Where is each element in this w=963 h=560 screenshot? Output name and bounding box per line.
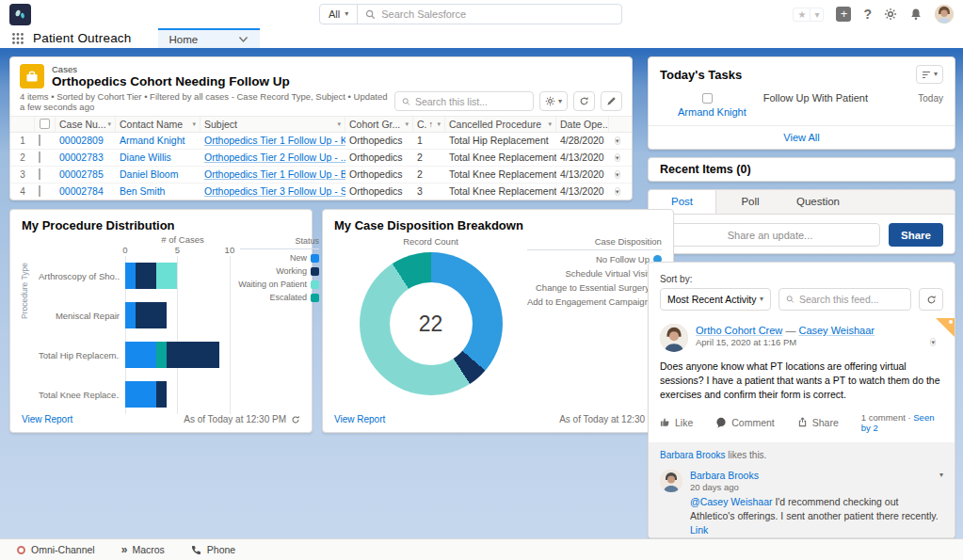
case-number-link[interactable]: 00002809 [59, 135, 104, 146]
list-edit-button[interactable] [601, 91, 622, 111]
stacked-bar[interactable] [125, 263, 240, 289]
list-view-title[interactable]: Orthopedics Cohort Needing Follow Up [52, 74, 290, 89]
legend-item[interactable]: Working [240, 266, 319, 276]
stacked-bar[interactable] [125, 381, 240, 408]
contact-name-link[interactable]: Ben Smith [120, 185, 165, 197]
select-all-checkbox[interactable] [40, 119, 50, 129]
contact-name-link[interactable]: Daniel Bloom [120, 168, 178, 180]
favorites-control[interactable]: ★ ▾ [793, 8, 824, 22]
case-number-link[interactable]: 00002785 [59, 168, 104, 180]
help-button[interactable]: ? [863, 7, 872, 22]
stacked-bar[interactable] [125, 302, 240, 328]
tasks-sort-button[interactable]: ▾ [916, 65, 943, 84]
contact-name-link[interactable]: Armand Knight [120, 135, 185, 146]
refresh-icon[interactable] [291, 415, 300, 424]
org-logo[interactable] [9, 4, 31, 25]
comment-action[interactable]: Comment [715, 417, 775, 428]
comment-actions-chevron[interactable]: ▾ [939, 472, 943, 479]
list-search-input[interactable] [415, 96, 526, 107]
task-label[interactable]: Follow Up With Patient [763, 92, 868, 104]
mention-link[interactable]: @Casey Weishaar [690, 496, 773, 507]
list-refresh-button[interactable] [573, 91, 595, 111]
comment-author-avatar[interactable] [660, 470, 682, 492]
comment-link[interactable]: Link [690, 524, 708, 536]
liker-link[interactable]: Barbara Brooks [660, 450, 725, 460]
comment-count[interactable]: 1 comment [861, 412, 906, 423]
task-checkbox[interactable] [702, 93, 713, 104]
app-name[interactable]: Patient Outreach [33, 28, 158, 48]
column-header-date-ope-[interactable]: Date Ope...▾ [556, 117, 609, 132]
row-checkbox[interactable] [39, 135, 40, 146]
legend-item[interactable]: No Follow Up [527, 254, 662, 264]
user-avatar[interactable] [935, 5, 954, 24]
case-number-link[interactable]: 00002783 [59, 152, 104, 163]
row-checkbox[interactable] [39, 168, 40, 180]
row-actions-button[interactable]: ▾ [615, 187, 620, 196]
feed-refresh-button[interactable] [919, 288, 943, 311]
setup-gear-button[interactable] [884, 8, 897, 21]
bar-segment-new[interactable] [125, 381, 156, 408]
row-checkbox[interactable] [39, 152, 40, 163]
share-update-input[interactable] [660, 223, 880, 247]
utility-phone[interactable]: Phone [178, 539, 249, 560]
feed-search-input[interactable] [799, 294, 904, 305]
legend-item[interactable]: New [240, 253, 319, 263]
bar-segment-working[interactable] [156, 381, 167, 408]
case-number-link[interactable]: 00002784 [59, 185, 104, 197]
list-settings-button[interactable]: ▾ [539, 91, 568, 111]
column-header-contact-name[interactable]: Contact Name▾ [116, 117, 201, 132]
feed-sort-select[interactable]: Most Recent Activity ▾ [660, 288, 771, 311]
legend-item[interactable]: Add to Engagement Campaign [527, 296, 662, 307]
utility-macros[interactable]: » Macros [108, 539, 178, 560]
legend-item[interactable]: Waiting on Patient [240, 280, 319, 289]
view-all-link[interactable]: View All [783, 132, 819, 143]
bar-segment-working[interactable] [136, 263, 156, 289]
subject-link[interactable]: Orthopedics Tier 1 Follow Up - K... [204, 135, 345, 146]
bar-segment-working[interactable] [167, 342, 218, 368]
post-author-avatar[interactable] [660, 324, 688, 352]
post-actions-button[interactable]: ▾ [930, 338, 936, 346]
global-actions-button[interactable]: + [836, 7, 851, 22]
row-actions-button[interactable]: ▾ [615, 170, 620, 179]
bar-segment-new[interactable] [125, 302, 136, 328]
utility-omni-channel[interactable]: Omni-Channel [4, 539, 108, 560]
comment-author-link[interactable]: Barbara Brooks [690, 470, 759, 481]
bar-segment-working[interactable] [136, 302, 167, 328]
row-actions-button[interactable]: ▾ [615, 136, 620, 145]
search-scope-selector[interactable]: All ▾ [320, 5, 358, 24]
tab-question[interactable]: Question [784, 190, 852, 214]
notifications-bell-button[interactable] [909, 8, 923, 21]
column-header-case-nu-[interactable]: Case Nu...▾ [56, 117, 116, 132]
column-header-cohort-gr-[interactable]: Cohort Gr...▾ [345, 117, 413, 132]
task-contact-link[interactable]: Armand Knight [678, 106, 746, 118]
legend-item[interactable]: Schedule Virtual Visit [527, 268, 662, 279]
column-header-cancelled-procedure[interactable]: Cancelled Procedure▾ [445, 117, 556, 132]
column-header-c-[interactable]: C.↑▾ [413, 117, 445, 132]
tab-home[interactable]: Home [158, 28, 260, 48]
chevron-down-icon[interactable] [238, 36, 249, 43]
bar-segment-escalated[interactable] [156, 342, 167, 368]
row-checkbox[interactable] [39, 185, 40, 197]
view-report-link[interactable]: View Report [334, 414, 385, 424]
bar-segment-waiting-on-patient[interactable] [156, 263, 177, 289]
bar-segment-new[interactable] [125, 342, 156, 368]
like-action[interactable]: Like [660, 417, 693, 428]
global-search-input[interactable] [381, 8, 614, 20]
subject-link[interactable]: Orthopedics Tier 2 Follow Up - ... [204, 152, 345, 163]
subject-link[interactable]: Orthopedics Tier 3 Follow Up - S... [204, 185, 345, 197]
post-group-link[interactable]: Ortho Cohort Crew [696, 325, 782, 336]
stacked-bar[interactable] [125, 342, 240, 368]
contact-name-link[interactable]: Diane Willis [120, 152, 171, 163]
share-button[interactable]: Share [889, 223, 943, 247]
legend-item[interactable]: Change to Essential Surgery [527, 282, 662, 293]
bar-segment-new[interactable] [125, 263, 136, 289]
column-header-subject[interactable]: Subject▾ [201, 117, 345, 132]
tab-poll[interactable]: Poll [716, 190, 784, 214]
view-report-link[interactable]: View Report [22, 414, 72, 424]
legend-item[interactable]: Escalated [240, 293, 319, 302]
subject-link[interactable]: Orthopedics Tier 1 Follow Up - B... [204, 168, 345, 180]
app-launcher-button[interactable] [0, 28, 33, 48]
share-action[interactable]: Share [797, 417, 839, 428]
post-author-link[interactable]: Casey Weishaar [798, 325, 875, 336]
row-actions-button[interactable]: ▾ [615, 153, 620, 162]
